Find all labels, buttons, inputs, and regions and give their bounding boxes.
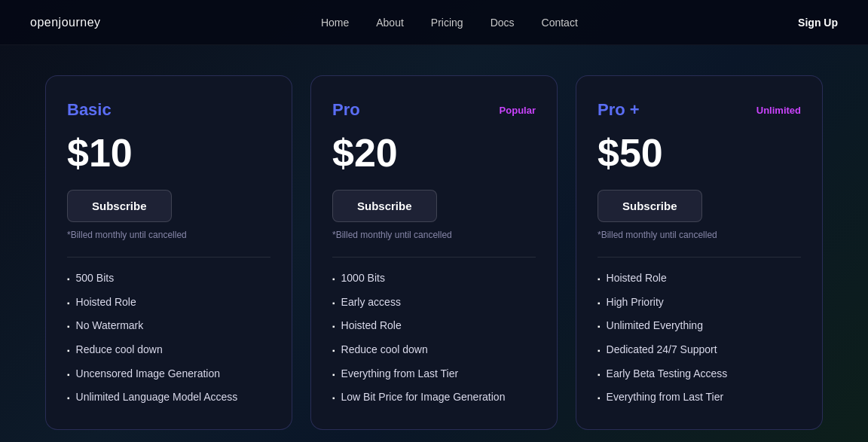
pro-subscribe-button[interactable]: Subscribe	[332, 190, 437, 222]
proplus-divider	[598, 257, 801, 258]
bullet-icon: ▪	[598, 274, 601, 285]
list-item: ▪Early access	[332, 295, 536, 310]
list-item: ▪High Priority	[598, 295, 801, 310]
bullet-icon: ▪	[332, 274, 335, 285]
list-item: ▪Unlimited Language Model Access	[67, 390, 270, 405]
proplus-badge: Unlimited	[756, 105, 801, 116]
nav-contact[interactable]: Contact	[542, 17, 578, 29]
basic-plan-card: Basic $10 Subscribe *Billed monthly unti…	[45, 75, 292, 430]
list-item: ▪Dedicated 24/7 Support	[598, 343, 801, 358]
proplus-plan-title: Pro +	[598, 100, 640, 120]
pro-features-list: ▪1000 Bits ▪Early access ▪Hoisted Role ▪…	[332, 271, 536, 405]
logo: openjourney	[30, 16, 101, 29]
nav-links: Home About Pricing Docs Contact	[321, 16, 578, 29]
basic-plan-price: $10	[67, 132, 270, 175]
signup-button[interactable]: Sign Up	[798, 17, 838, 29]
list-item: ▪Hoisted Role	[332, 319, 536, 334]
list-item: ▪Everything from Last Tier	[332, 367, 536, 382]
bullet-icon: ▪	[598, 393, 601, 404]
bullet-icon: ▪	[332, 322, 335, 332]
bullet-icon: ▪	[67, 298, 70, 309]
basic-plan-title: Basic	[67, 100, 112, 120]
list-item: ▪No Watermark	[67, 319, 270, 334]
list-item: ▪Hoisted Role	[67, 295, 270, 310]
bullet-icon: ▪	[67, 274, 70, 285]
bullet-icon: ▪	[332, 346, 335, 356]
list-item: ▪Everything from Last Tier	[598, 390, 801, 405]
pro-plan-price: $20	[332, 132, 536, 175]
proplus-card-header: Pro + Unlimited	[598, 100, 801, 120]
basic-subscribe-button[interactable]: Subscribe	[67, 190, 172, 222]
bullet-icon: ▪	[598, 322, 601, 332]
basic-billing-note: *Billed monthly until cancelled	[67, 230, 270, 240]
list-item: ▪Low Bit Price for Image Generation	[332, 390, 536, 405]
nav-about[interactable]: About	[376, 17, 404, 29]
list-item: ▪Reduce cool down	[67, 343, 270, 358]
basic-features-list: ▪500 Bits ▪Hoisted Role ▪No Watermark ▪R…	[67, 271, 270, 405]
list-item: ▪Uncensored Image Generation	[67, 367, 270, 382]
proplus-subscribe-button[interactable]: Subscribe	[598, 190, 702, 222]
list-item: ▪Hoisted Role	[598, 271, 801, 286]
pricing-section: Basic $10 Subscribe *Billed monthly unti…	[0, 45, 868, 442]
bullet-icon: ▪	[598, 298, 601, 309]
list-item: ▪Reduce cool down	[332, 343, 536, 358]
nav-docs[interactable]: Docs	[491, 17, 515, 29]
bullet-icon: ▪	[598, 346, 601, 356]
bullet-icon: ▪	[332, 393, 335, 404]
nav-pricing[interactable]: Pricing	[431, 17, 463, 29]
navigation: openjourney Home About Pricing Docs Cont…	[0, 0, 868, 45]
list-item: ▪1000 Bits	[332, 271, 536, 286]
proplus-features-list: ▪Hoisted Role ▪High Priority ▪Unlimited …	[598, 271, 801, 405]
pro-plan-title: Pro	[332, 100, 360, 120]
list-item: ▪500 Bits	[67, 271, 270, 286]
proplus-plan-card: Pro + Unlimited $50 Subscribe *Billed mo…	[576, 75, 823, 430]
bullet-icon: ▪	[67, 322, 70, 332]
pro-plan-card: Pro Popular $20 Subscribe *Billed monthl…	[310, 75, 558, 430]
pro-badge: Popular	[500, 105, 536, 116]
pro-billing-note: *Billed monthly until cancelled	[332, 230, 536, 240]
bullet-icon: ▪	[67, 346, 70, 356]
list-item: ▪Unlimited Everything	[598, 319, 801, 334]
bullet-icon: ▪	[67, 370, 70, 380]
basic-divider	[67, 257, 270, 258]
pro-card-header: Pro Popular	[332, 100, 536, 120]
basic-card-header: Basic	[67, 100, 270, 120]
bullet-icon: ▪	[598, 370, 601, 380]
bullet-icon: ▪	[332, 298, 335, 309]
bullet-icon: ▪	[67, 393, 70, 404]
proplus-billing-note: *Billed monthly until cancelled	[598, 230, 801, 240]
pro-divider	[332, 257, 536, 258]
bullet-icon: ▪	[332, 370, 335, 380]
proplus-plan-price: $50	[598, 132, 801, 175]
list-item: ▪Early Beta Testing Access	[598, 367, 801, 382]
nav-home[interactable]: Home	[321, 17, 349, 29]
